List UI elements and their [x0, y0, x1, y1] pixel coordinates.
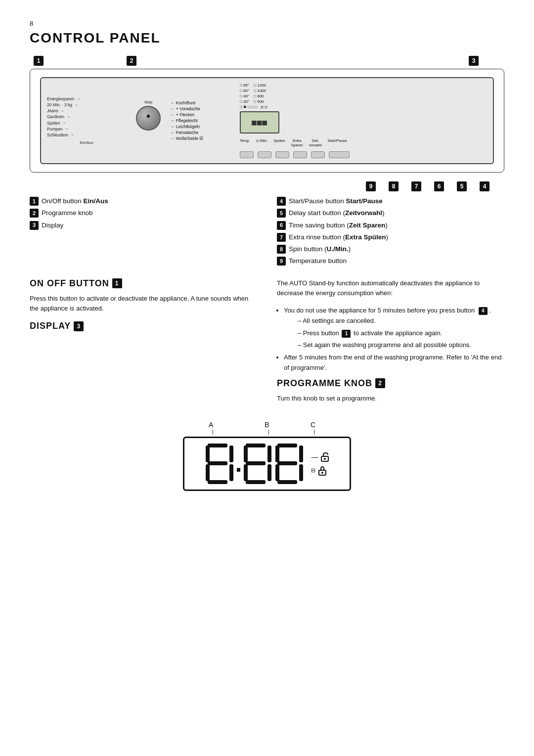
right-column: The AUTO Stand-by function automatically… [277, 278, 504, 411]
programme-knob-illustration: Stop [131, 100, 166, 141]
dash-item-1: All settings are cancelled. [298, 316, 504, 326]
legend-badge-4: 4 [277, 197, 286, 206]
callouts-bottom: 9 8 7 6 5 4 [30, 181, 504, 191]
left-column: ON OFF BUTTON 1 Press this button to act… [30, 278, 257, 411]
inline-badge-1: 1 [342, 330, 351, 338]
callout-3-top: 3 [469, 56, 479, 66]
legend-item-7: 7 Extra rinse button (Extra Spülen) [277, 232, 504, 242]
svg-rect-9 [267, 445, 271, 462]
panel-left-labels: Energiesparen→ 20 Min. · 3 kg→ Jeans→ Ga… [47, 96, 126, 144]
display-label-b: B [265, 421, 269, 429]
control-panel-diagram: 1 2 3 Energiesparen→ 20 Min. · 3 kg→ Jea… [30, 56, 504, 191]
seg-dot: . [235, 451, 242, 476]
legend-badge-3: 3 [30, 221, 39, 230]
legend-item-9: 9 Temperature button [277, 256, 504, 266]
lock-open-icon [319, 451, 330, 462]
seg-digit-a [204, 442, 235, 486]
panel-illustration: Energiesparen→ 20 Min. · 3 kg→ Jeans→ Ga… [40, 77, 494, 164]
legend-badge-8: 8 [277, 245, 286, 254]
svg-rect-3 [208, 461, 227, 465]
inline-badge-4: 4 [479, 307, 488, 315]
svg-rect-1 [206, 445, 210, 462]
page-title: CONTROL PANEL [30, 30, 504, 46]
page-number: 8 [30, 20, 504, 27]
legend-item-empty2 [30, 244, 257, 254]
display-icon-lock-closed: ⊟ [311, 465, 330, 476]
seg-digit-b [242, 442, 273, 486]
display-box: . [183, 437, 351, 491]
legend-badge-6: 6 [277, 221, 286, 230]
two-col-sections: ON OFF BUTTON 1 Press this button to act… [30, 278, 504, 411]
svg-rect-16 [299, 445, 303, 462]
callout-6: 6 [434, 181, 444, 191]
svg-rect-2 [229, 445, 233, 462]
display-label-c: C [311, 421, 315, 429]
svg-rect-12 [267, 464, 271, 481]
callout-9: 9 [366, 181, 376, 191]
callout-4: 4 [480, 181, 490, 191]
display-icon-lock-open: — [311, 451, 330, 462]
svg-rect-15 [275, 445, 279, 462]
legend-badge-1: 1 [30, 197, 39, 206]
svg-rect-6 [208, 480, 227, 484]
legend-item-8: 8 Spin button (U./Min.) [277, 244, 504, 254]
legend-badge-2: 2 [30, 209, 39, 218]
display-label-a: A [209, 421, 213, 429]
panel-diagram-box: Energiesparen→ 20 Min. · 3 kg→ Jeans→ Ga… [30, 69, 504, 173]
legend-badge-7: 7 [277, 233, 286, 242]
svg-rect-14 [277, 444, 297, 447]
svg-point-22 [324, 458, 326, 460]
display-icons: — ⊟ [311, 451, 330, 476]
legend-item-empty3 [30, 256, 257, 266]
bullet-item-2: After 5 minutes from the end of the wash… [284, 353, 504, 373]
svg-rect-8 [244, 445, 248, 462]
svg-rect-11 [244, 464, 248, 481]
auto-standby-intro: The AUTO Stand-by function automatically… [277, 278, 504, 299]
panel-buttons-row [240, 151, 350, 158]
legend-item-4: 4 Start/Pause button Start/Pause [277, 196, 504, 206]
legend-badge-5: 5 [277, 209, 286, 218]
svg-rect-20 [277, 480, 297, 484]
panel-right-labels: ← Koch/Bunt ← + Vorwäsche ← + Flecken ← … [171, 100, 230, 141]
dash-list: All settings are cancelled. Press button… [298, 316, 504, 351]
programme-knob-text: Turn this knob to set a programme. [277, 394, 504, 404]
panel-display-area: □ 95°□ 1200 □ 60°□ 1000 □ 40°□ 800 □ 30°… [235, 83, 487, 158]
bullet-item-1: You do not use the appliance for 5 minut… [284, 306, 504, 351]
lock-closed-icon [317, 465, 328, 476]
legend-item-1: 1 On/Off button Ein/Aus [30, 196, 257, 206]
legend-item-2: 2 Programme knob [30, 208, 257, 218]
svg-rect-13 [246, 480, 266, 484]
display-diagram: A B C [30, 421, 504, 491]
svg-rect-4 [206, 464, 210, 481]
legend-badge-9: 9 [277, 257, 286, 266]
callout-1-top: 1 [34, 56, 44, 66]
legend-item-5: 5 Delay start button (Zeitvorwahl) [277, 208, 504, 218]
callout-8: 8 [389, 181, 399, 191]
svg-rect-18 [275, 464, 279, 481]
display-screen-illustration: ■■■ [240, 111, 279, 133]
display-title: DISPLAY 3 [30, 321, 257, 331]
dash-item-3: Set again the washing programme and all … [298, 340, 504, 351]
callout-7: 7 [411, 181, 421, 191]
svg-rect-10 [246, 461, 266, 465]
svg-rect-0 [208, 444, 227, 447]
svg-rect-17 [277, 461, 297, 465]
svg-point-24 [321, 472, 323, 474]
on-off-button-text: Press this button to activate or deactiv… [30, 294, 257, 314]
legend-item-empty [30, 232, 257, 242]
programme-knob-title: PROGRAMME KNOB 2 [277, 378, 504, 389]
callout-2-top: 2 [127, 56, 136, 66]
seg-digit-c [273, 442, 305, 486]
svg-rect-19 [299, 464, 303, 481]
legend-grid: 1 On/Off button Ein/Aus 4 Start/Pause bu… [30, 196, 504, 267]
svg-rect-7 [246, 444, 266, 447]
on-off-button-title: ON OFF BUTTON 1 [30, 278, 257, 289]
svg-rect-5 [229, 464, 233, 481]
callout-5: 5 [457, 181, 467, 191]
dash-item-2: Press button 1 to activate the appliance… [298, 328, 504, 339]
auto-standby-bullets: You do not use the appliance for 5 minut… [284, 306, 504, 373]
legend-item-3: 3 Display [30, 221, 257, 230]
legend-item-6: 6 Time saving button (Zeit Sparen) [277, 221, 504, 230]
